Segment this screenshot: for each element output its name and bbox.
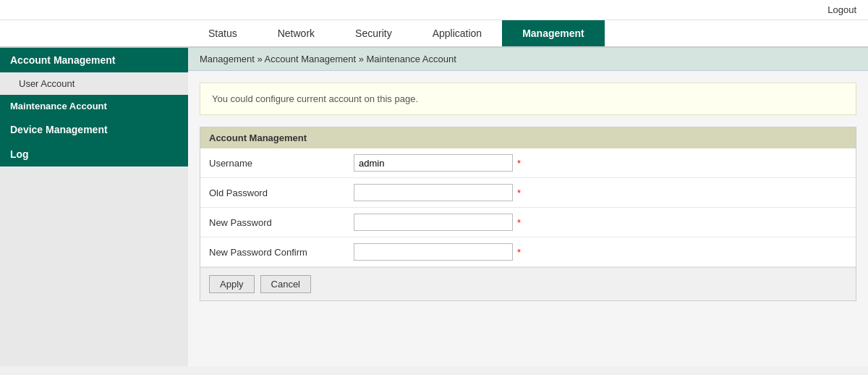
required-star-username: * xyxy=(517,158,521,169)
nav-tab-network[interactable]: Network xyxy=(258,20,335,46)
field-label-username: Username xyxy=(200,148,345,178)
sidebar-item-user-account[interactable]: User Account xyxy=(0,72,188,95)
nav-tabs: StatusNetworkSecurityApplicationManageme… xyxy=(0,20,868,48)
main-layout: Account ManagementUser AccountMaintenanc… xyxy=(0,48,868,366)
nav-tab-management[interactable]: Management xyxy=(502,20,605,46)
sidebar-group-log[interactable]: Log xyxy=(0,142,188,167)
field-label-old-password: Old Password xyxy=(200,178,345,208)
required-star-old-password: * xyxy=(517,188,521,198)
account-section: Account Management Username*Old Password… xyxy=(200,127,856,301)
form-row-new-password: New Password* xyxy=(200,208,856,237)
buttons-row: Apply Cancel xyxy=(200,267,856,300)
content: Management » Account Management » Mainte… xyxy=(188,48,868,366)
field-label-new-password-confirm: New Password Confirm xyxy=(200,237,345,267)
input-new-password-confirm[interactable] xyxy=(354,243,513,261)
top-bar: Logout xyxy=(0,0,868,20)
apply-button[interactable]: Apply xyxy=(209,275,255,293)
form-row-old-password: Old Password* xyxy=(200,178,856,208)
sidebar: Account ManagementUser AccountMaintenanc… xyxy=(0,48,188,366)
nav-tab-application[interactable]: Application xyxy=(412,20,503,46)
info-box: You could configure current account on t… xyxy=(200,83,856,115)
sidebar-group-device-management[interactable]: Device Management xyxy=(0,117,188,142)
input-new-password[interactable] xyxy=(354,214,513,231)
nav-tab-security[interactable]: Security xyxy=(335,20,412,46)
sidebar-group-account-management[interactable]: Account Management xyxy=(0,48,188,72)
form-table: Username*Old Password*New Password*New P… xyxy=(200,148,856,267)
cancel-button[interactable]: Cancel xyxy=(260,275,311,293)
account-section-header: Account Management xyxy=(200,127,856,148)
field-label-new-password: New Password xyxy=(200,208,345,237)
form-row-new-password-confirm: New Password Confirm* xyxy=(200,237,856,267)
nav-tab-status[interactable]: Status xyxy=(188,20,258,46)
input-username[interactable] xyxy=(354,154,513,172)
sidebar-item-maintenance-account[interactable]: Maintenance Account xyxy=(0,95,188,117)
required-star-new-password: * xyxy=(517,217,521,228)
logout-link[interactable]: Logout xyxy=(827,4,856,15)
breadcrumb: Management » Account Management » Mainte… xyxy=(188,48,868,71)
input-old-password[interactable] xyxy=(354,184,513,201)
required-star-new-password-confirm: * xyxy=(517,247,521,258)
form-row-username: Username* xyxy=(200,148,856,178)
